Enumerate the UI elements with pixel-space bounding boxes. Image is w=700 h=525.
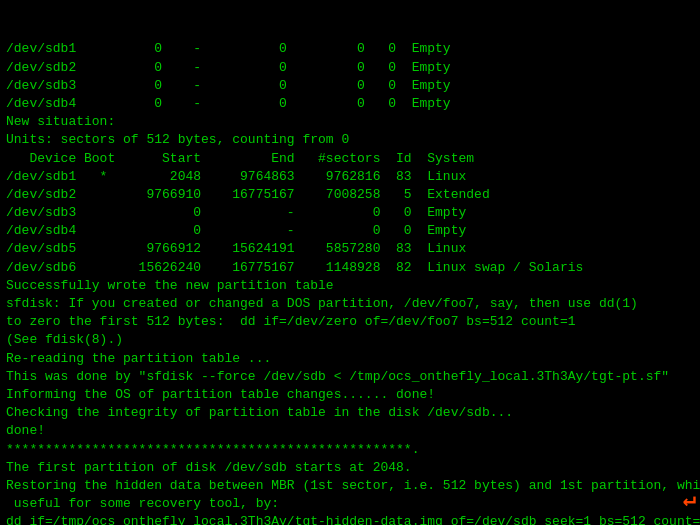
terminal-line: /dev/sdb3 0 - 0 0 Empty — [6, 204, 694, 222]
terminal-line: Device Boot Start End #sectors Id System — [6, 150, 694, 168]
terminal-line: The first partition of disk /dev/sdb sta… — [6, 459, 694, 477]
terminal-line: /dev/sdb1 0 - 0 0 0 Empty — [6, 40, 694, 58]
terminal-line: (See fdisk(8).) — [6, 331, 694, 349]
terminal-line: /dev/sdb4 0 - 0 0 Empty — [6, 222, 694, 240]
terminal-line: This was done by "sfdisk --force /dev/sd… — [6, 368, 694, 386]
terminal-line: /dev/sdb6 15626240 16775167 1148928 82 L… — [6, 259, 694, 277]
terminal-line: /dev/sdb2 9766910 16775167 7008258 5 Ext… — [6, 186, 694, 204]
terminal-window: /dev/sdb1 0 - 0 0 0 Empty/dev/sdb2 0 - 0… — [0, 0, 700, 525]
terminal-line: Re-reading the partition table ... — [6, 350, 694, 368]
terminal-line: Checking the integrity of partition tabl… — [6, 404, 694, 422]
terminal-line: to zero the first 512 bytes: dd if=/dev/… — [6, 313, 694, 331]
terminal-line: dd if=/tmp/ocs_onthefly_local.3Th3Ay/tgt… — [6, 513, 694, 525]
terminal-line: Units: sectors of 512 bytes, counting fr… — [6, 131, 694, 149]
scroll-arrow-icon: ↵ — [683, 486, 696, 517]
terminal-line: ****************************************… — [6, 441, 694, 459]
terminal-line: /dev/sdb1 * 2048 9764863 9762816 83 Linu… — [6, 168, 694, 186]
terminal-line: Informing the OS of partition table chan… — [6, 386, 694, 404]
terminal-line: New situation: — [6, 113, 694, 131]
terminal-line: /dev/sdb5 9766912 15624191 5857280 83 Li… — [6, 240, 694, 258]
terminal-line: /dev/sdb4 0 - 0 0 0 Empty — [6, 95, 694, 113]
terminal-line: Successfully wrote the new partition tab… — [6, 277, 694, 295]
terminal-line: /dev/sdb3 0 - 0 0 0 Empty — [6, 77, 694, 95]
terminal-line: useful for some recovery tool, by: — [6, 495, 694, 513]
terminal-line: sfdisk: If you created or changed a DOS … — [6, 295, 694, 313]
terminal-line: done! — [6, 422, 694, 440]
terminal-line: Restoring the hidden data between MBR (1… — [6, 477, 694, 495]
terminal-output: /dev/sdb1 0 - 0 0 0 Empty/dev/sdb2 0 - 0… — [6, 40, 694, 525]
terminal-line: /dev/sdb2 0 - 0 0 0 Empty — [6, 59, 694, 77]
